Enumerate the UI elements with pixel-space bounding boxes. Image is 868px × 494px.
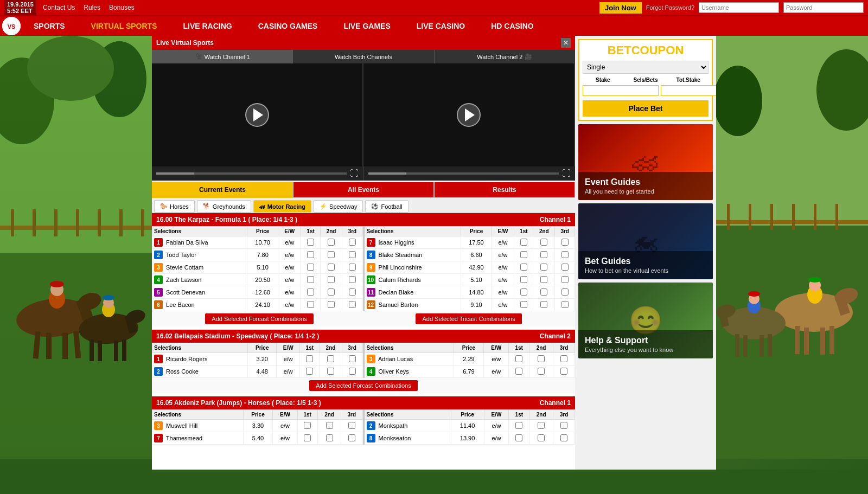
horses-tab[interactable]: 🐎 Horses — [154, 200, 195, 213]
watch-channel1-tab[interactable]: 🎥 Watch Channel 1 — [152, 50, 293, 63]
2nd-checkbox[interactable] — [540, 251, 547, 258]
nav-sports[interactable]: SPORTS — [21, 16, 78, 36]
2nd-checkbox[interactable] — [328, 239, 335, 246]
video-player-2[interactable] — [363, 63, 575, 166]
1st-checkbox[interactable] — [304, 422, 311, 429]
1st-checkbox[interactable] — [307, 251, 314, 258]
motor-racing-tab[interactable]: 🏎 Motor Racing — [253, 200, 311, 213]
progress-bar-1[interactable] — [156, 172, 347, 175]
1st-checkbox[interactable] — [306, 368, 313, 375]
stake-input[interactable] — [583, 85, 659, 96]
2nd-checkbox[interactable] — [328, 264, 335, 271]
2nd-checkbox[interactable] — [327, 368, 334, 375]
3rd-checkbox[interactable] — [560, 422, 567, 429]
tricast-btn-1[interactable]: Add Selected Tricast Combinations — [416, 313, 521, 324]
1st-checkbox[interactable] — [307, 288, 314, 296]
3rd-checkbox[interactable] — [349, 264, 356, 271]
3rd-checkbox[interactable] — [560, 355, 567, 362]
2nd-checkbox[interactable] — [328, 301, 335, 308]
3rd-checkbox[interactable] — [561, 276, 569, 283]
1st-checkbox[interactable] — [307, 264, 314, 271]
2nd-checkbox[interactable] — [538, 355, 545, 362]
2nd-checkbox[interactable] — [328, 276, 335, 283]
expand-icon-2[interactable]: ⛶ — [562, 169, 571, 178]
lvs-close-button[interactable]: ✕ — [561, 38, 571, 48]
1st-checkbox[interactable] — [515, 355, 522, 362]
2nd-checkbox[interactable] — [328, 251, 335, 258]
expand-icon-1[interactable]: ⛶ — [350, 169, 359, 178]
event-guides-card[interactable]: 🏎 Event Guides All you need to get start… — [578, 124, 713, 200]
nav-live-games[interactable]: LIVE GAMES — [330, 16, 403, 36]
password-input[interactable] — [783, 2, 864, 13]
3rd-checkbox[interactable] — [561, 239, 569, 246]
watch-channel2-tab[interactable]: Watch Channel 2 🎥 — [435, 50, 575, 63]
3rd-checkbox[interactable] — [561, 264, 569, 271]
2nd-checkbox[interactable] — [540, 301, 547, 308]
1st-checkbox[interactable] — [520, 239, 527, 246]
1st-checkbox[interactable] — [307, 239, 314, 246]
2nd-checkbox[interactable] — [540, 239, 547, 246]
1st-checkbox[interactable] — [515, 434, 522, 441]
nav-hd-casino[interactable]: HD CASINO — [478, 16, 547, 36]
nav-casino-games[interactable]: CASINO GAMES — [245, 16, 331, 36]
2nd-checkbox[interactable] — [327, 355, 334, 362]
2nd-checkbox[interactable] — [540, 264, 547, 271]
nav-live-racing[interactable]: LIVE RACING — [170, 16, 245, 36]
2nd-checkbox[interactable] — [326, 434, 333, 441]
2nd-checkbox[interactable] — [540, 288, 547, 296]
3rd-checkbox[interactable] — [561, 301, 569, 308]
progress-bar-2[interactable] — [368, 172, 559, 175]
3rd-checkbox[interactable] — [349, 355, 356, 362]
current-events-tab[interactable]: Current Events — [152, 182, 293, 198]
1st-checkbox[interactable] — [307, 276, 314, 283]
2nd-checkbox[interactable] — [328, 288, 335, 296]
1st-checkbox[interactable] — [520, 251, 527, 258]
3rd-checkbox[interactable] — [349, 239, 356, 246]
1st-checkbox[interactable] — [520, 301, 527, 308]
football-tab[interactable]: ⚽ Football — [365, 200, 408, 213]
1st-checkbox[interactable] — [515, 422, 522, 429]
1st-checkbox[interactable] — [520, 264, 527, 271]
greyhounds-tab[interactable]: 🐕 Greyhounds — [197, 200, 251, 213]
play-button-1[interactable] — [245, 103, 269, 127]
play-button-2[interactable] — [457, 103, 481, 127]
betcoupon-type-select[interactable]: Single Double Treble — [583, 61, 709, 74]
2nd-checkbox[interactable] — [326, 422, 333, 429]
1st-checkbox[interactable] — [520, 288, 527, 296]
help-support-card[interactable]: 😊 Help & Support Everything else you wan… — [578, 283, 713, 358]
forcast-btn-1[interactable]: Add Selected Forcast Combinations — [205, 313, 313, 324]
nav-live-casino[interactable]: LIVE CASINO — [404, 16, 478, 36]
bet-guides-card[interactable]: 🏍 Bet Guides How to bet on the virtual e… — [578, 203, 713, 279]
rules-link[interactable]: Rules — [84, 4, 100, 11]
nav-virtual-sports[interactable]: VIRTUAL SPORTS — [78, 16, 170, 36]
1st-checkbox[interactable] — [304, 434, 311, 441]
contact-us-link[interactable]: Contact Us — [43, 4, 75, 11]
3rd-checkbox[interactable] — [349, 251, 356, 258]
forcast-btn-2[interactable]: Add Selected Forcast Combinations — [309, 380, 417, 391]
3rd-checkbox[interactable] — [560, 368, 567, 375]
username-input[interactable] — [699, 2, 779, 13]
3rd-checkbox[interactable] — [349, 288, 356, 296]
all-events-tab[interactable]: All Events — [293, 182, 434, 198]
3rd-checkbox[interactable] — [349, 276, 356, 283]
1st-checkbox[interactable] — [520, 276, 527, 283]
2nd-checkbox[interactable] — [540, 276, 547, 283]
3rd-checkbox[interactable] — [348, 422, 355, 429]
forgot-password-link[interactable]: Forgot Password? — [646, 4, 694, 11]
3rd-checkbox[interactable] — [561, 288, 569, 296]
2nd-checkbox[interactable] — [538, 368, 545, 375]
2nd-checkbox[interactable] — [538, 422, 545, 429]
speedway-tab[interactable]: ⚡ Speedway — [314, 200, 363, 213]
watch-both-tab[interactable]: Watch Both Channels — [293, 50, 434, 63]
place-bet-button[interactable]: Place Bet — [583, 100, 709, 117]
1st-checkbox[interactable] — [307, 301, 314, 308]
3rd-checkbox[interactable] — [349, 368, 356, 375]
video-player-1[interactable] — [152, 63, 363, 166]
results-tab[interactable]: Results — [434, 182, 575, 198]
1st-checkbox[interactable] — [306, 355, 313, 362]
2nd-checkbox[interactable] — [538, 434, 545, 441]
bonuses-link[interactable]: Bonuses — [109, 4, 135, 11]
1st-checkbox[interactable] — [515, 368, 522, 375]
3rd-checkbox[interactable] — [348, 434, 355, 441]
3rd-checkbox[interactable] — [561, 251, 569, 258]
